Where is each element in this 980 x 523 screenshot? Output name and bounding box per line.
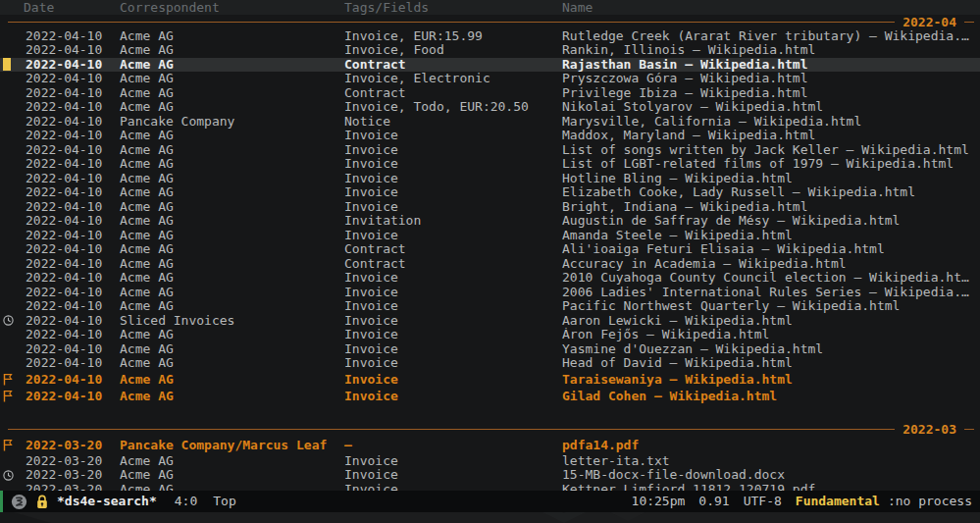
row-correspondent: Acme AG — [114, 143, 338, 158]
document-row[interactable]: 2022-03-20 Acme AG Invoice Kettner Limfj… — [0, 483, 980, 492]
row-status-icons — [0, 257, 24, 272]
document-row[interactable]: 2022-04-10 Acme AG Invoice Maddox, Maryl… — [0, 129, 980, 143]
row-tags: Invoice — [338, 314, 556, 329]
column-header-name: Name — [556, 0, 980, 15]
row-correspondent: Acme AG — [114, 454, 338, 469]
document-row[interactable]: 2022-04-10 Acme AG Invoice Taraisewaniya… — [0, 371, 980, 389]
row-name: 2010 Cuyahoga County Council election – … — [556, 271, 980, 286]
document-row[interactable]: 2022-03-20 Pancake Company/Marcus Leaf –… — [0, 437, 980, 454]
row-tags: Contract — [338, 242, 556, 257]
row-status-icons — [0, 483, 24, 492]
row-tags: Invoice — [338, 286, 556, 300]
row-name: letter-ita.txt — [556, 454, 980, 469]
document-row[interactable]: 2022-04-10 Acme AG Contract Accuracy in … — [0, 257, 980, 272]
column-header-correspondent: Correspondent — [114, 0, 338, 15]
document-row[interactable]: 2022-03-20 Acme AG Invoice letter-ita.tx… — [0, 454, 980, 469]
modeline-left: *ds4e-search* 4:0 Top — [3, 491, 236, 512]
section-date-label: 2022-04 — [895, 15, 964, 29]
row-tags: Invoice — [338, 229, 556, 243]
document-row[interactable]: 2022-04-10 Acme AG Invoice Hotline Bling… — [0, 172, 980, 186]
document-row[interactable]: 2022-04-10 Acme AG Invoice List of LGBT-… — [0, 157, 980, 172]
section-date-label: 2022-03 — [895, 422, 964, 437]
document-row[interactable]: 2022-04-10 Acme AG Invoice, Food Rankin,… — [0, 43, 980, 58]
document-row[interactable]: 2022-04-10 Acme AG Invoice 2006 Ladies' … — [0, 286, 980, 300]
date-section-separator: 2022-03 — [0, 423, 980, 438]
document-row[interactable]: 2022-04-10 Sliced Invoices Invoice Aaron… — [0, 314, 980, 329]
row-tags: Invoice — [338, 468, 556, 483]
document-row[interactable]: 2022-04-10 Pancake Company Notice Marysv… — [0, 115, 980, 130]
row-correspondent: Acme AG — [114, 58, 338, 73]
document-row[interactable]: 2022-04-10 Acme AG Invoice Yasmine d'Oue… — [0, 342, 980, 357]
document-row[interactable]: 2022-04-10 Acme AG Invoice List of songs… — [0, 143, 980, 158]
clock-icon — [3, 470, 14, 481]
clock-time: 10:25pm — [632, 491, 686, 512]
row-name: 15-MB-docx-file-download.docx — [556, 468, 980, 483]
row-name: Rajasthan Basin – Wikipedia.html — [556, 58, 980, 73]
row-correspondent: Acme AG — [114, 229, 338, 243]
row-status-icons — [0, 271, 24, 286]
row-name: Gilad Cohen – Wikipedia.html — [556, 388, 980, 405]
row-tags: Invoice, Todo, EUR:20.50 — [338, 100, 556, 115]
document-row[interactable]: 2022-04-10 Acme AG Invoice Elizabeth Coo… — [0, 185, 980, 200]
row-name: Elizabeth Cooke, Lady Russell – Wikipedi… — [556, 185, 980, 200]
row-correspondent: Acme AG — [114, 388, 338, 405]
row-correspondent: Acme AG — [114, 43, 338, 58]
row-tags: Invoice — [338, 388, 556, 405]
row-status-icons — [0, 115, 24, 130]
row-tags: Notice — [338, 115, 556, 130]
row-status-icons — [0, 200, 24, 215]
row-correspondent: Acme AG — [114, 172, 338, 186]
row-name: Head of David – Wikipedia.html — [556, 356, 980, 371]
row-correspondent: Sliced Invoices — [114, 314, 338, 329]
document-row[interactable]: 2022-03-20 Acme AG Invoice 15-MB-docx-fi… — [0, 468, 980, 483]
row-tags: Invoice — [338, 172, 556, 186]
row-date: 2022-03-20 — [24, 468, 114, 483]
document-row[interactable]: 2022-04-10 Acme AG Invoice Head of David… — [0, 356, 980, 371]
row-correspondent: Acme AG — [114, 214, 338, 229]
row-tags: Invoice — [338, 328, 556, 342]
row-status-icons — [0, 72, 24, 86]
row-name: Aaron Lewicki – Wikipedia.html — [556, 314, 980, 329]
row-date: 2022-04-10 — [24, 157, 114, 172]
row-correspondent: Acme AG — [114, 129, 338, 143]
row-tags: Invitation — [338, 214, 556, 229]
row-date: 2022-04-10 — [24, 328, 114, 342]
document-row[interactable]: 2022-04-10 Acme AG Contract Ali'ioaiga F… — [0, 242, 980, 257]
row-status-icons — [0, 299, 24, 314]
row-date: 2022-04-10 — [24, 115, 114, 130]
row-status-icons — [0, 454, 24, 469]
document-row[interactable]: 2022-04-10 Acme AG Invoice, Electronic P… — [0, 72, 980, 86]
row-name: Taraisewaniya – Wikipedia.html — [556, 371, 980, 389]
major-mode-name[interactable]: Fundamental — [796, 491, 880, 512]
selection-marker-icon — [3, 58, 11, 71]
document-row[interactable]: 2022-04-10 Acme AG Invoice 2010 Cuyahoga… — [0, 271, 980, 286]
document-row[interactable]: 2022-04-10 Acme AG Invoice Gilad Cohen –… — [0, 388, 980, 405]
document-row[interactable]: 2022-04-10 Acme AG Invoice, EUR:15.99 Ru… — [0, 29, 980, 44]
row-name: Hotline Bling – Wikipedia.html — [556, 172, 980, 186]
modeline-right: 10:25pm 0.91 UTF-8 Fundamental :no proce… — [632, 491, 980, 512]
document-row[interactable]: 2022-04-10 Acme AG Invoice Áron Fejős – … — [0, 328, 980, 342]
row-tags: Contract — [338, 86, 556, 101]
document-row[interactable]: 2022-04-10 Acme AG Invoice Pacific North… — [0, 299, 980, 314]
row-status-icons — [0, 328, 24, 342]
row-status-icons — [0, 388, 24, 405]
row-correspondent: Acme AG — [114, 356, 338, 371]
row-correspondent: Pancake Company/Marcus Leaf — [114, 437, 338, 454]
row-name: Augustin de Saffray de Mésy – Wikipedia.… — [556, 214, 980, 229]
document-row[interactable]: 2022-04-10 Acme AG Invoice Amanda Steele… — [0, 229, 980, 243]
document-row[interactable]: 2022-04-10 Acme AG Invoice, Todo, EUR:20… — [0, 100, 980, 115]
flag-icon — [3, 439, 13, 451]
document-row[interactable]: 2022-04-10 Acme AG Contract Rajasthan Ba… — [0, 58, 980, 73]
document-row[interactable]: 2022-04-10 Acme AG Contract Privilege Ib… — [0, 86, 980, 101]
row-status-icons — [0, 242, 24, 257]
flag-icon — [3, 373, 13, 386]
document-row[interactable]: 2022-04-10 Acme AG Invitation Augustin d… — [0, 214, 980, 229]
row-tags: Invoice — [338, 342, 556, 357]
column-header-line: Date Correspondent Tags/Fields Name — [0, 0, 980, 15]
row-name: Amanda Steele – Wikipedia.html — [556, 229, 980, 243]
buffer-name[interactable]: *ds4e-search* — [57, 491, 157, 512]
document-row[interactable]: 2022-04-10 Acme AG Invoice Bright, India… — [0, 200, 980, 215]
row-name: Accuracy in Academia – Wikipedia.html — [556, 257, 980, 272]
row-name: Marysville, California – Wikipedia.html — [556, 115, 980, 130]
row-correspondent: Acme AG — [114, 271, 338, 286]
